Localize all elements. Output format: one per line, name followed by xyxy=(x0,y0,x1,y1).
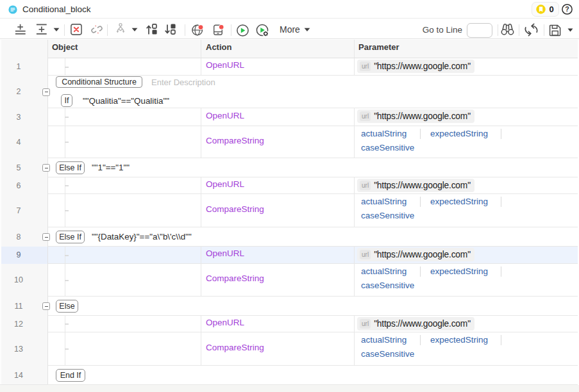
svg-text:?: ? xyxy=(565,5,569,13)
